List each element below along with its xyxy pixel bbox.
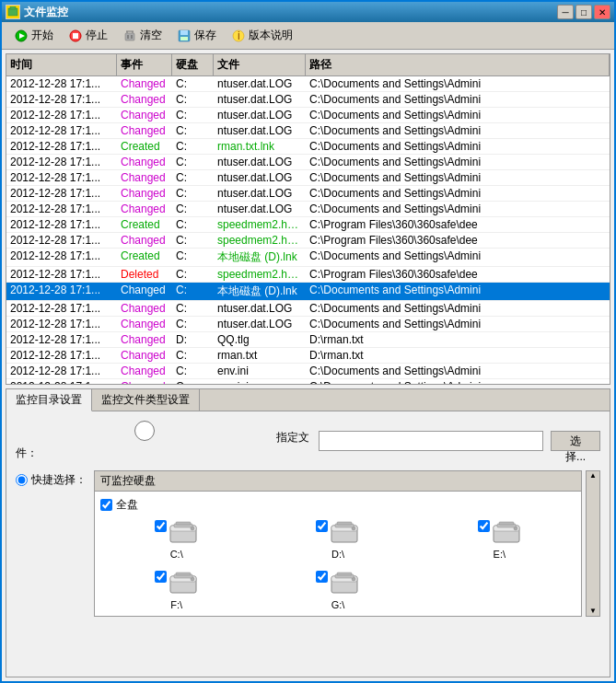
table-row[interactable]: 2012-12-28 17:1... Changed C: ntuser.dat… (6, 76, 610, 92)
cell-file: ntuser.dat.LOG (214, 202, 306, 216)
cell-path: C:\Program Files\360\360safe\dee (306, 267, 610, 282)
quick-select-radio[interactable] (16, 474, 28, 486)
table-row[interactable]: 2012-12-28 17:1... Changed C: speedmem2.… (6, 233, 610, 249)
table-row[interactable]: 2012-12-28 17:1... Changed C: ntuser.dat… (6, 108, 610, 123)
cell-path: C:\Documents and Settings\Admini (306, 92, 610, 107)
table-row[interactable]: 2012-12-28 17:1... Deleted C: speedmem2.… (6, 267, 610, 283)
svg-rect-36 (176, 573, 191, 575)
drive-icon-4 (330, 569, 359, 597)
svg-rect-31 (499, 522, 514, 525)
select-file-button[interactable]: 选择... (551, 431, 600, 451)
cell-time: 2012-12-28 17:1... (6, 217, 117, 232)
table-row[interactable]: 2012-12-28 17:1... Changed C: ntuser.dat… (6, 202, 610, 217)
specify-file-radio[interactable] (16, 421, 273, 441)
about-icon: i (231, 29, 246, 43)
clear-button[interactable]: 清空 (116, 25, 169, 46)
drives-panel: 可监控硬盘 全盘 (94, 470, 582, 617)
table-row[interactable]: 2012-12-28 17:1... Changed C: rman.txt D… (6, 348, 610, 364)
table-row[interactable]: 2012-12-28 17:1... Changed D: QQ.tlg D:\… (6, 332, 610, 348)
cell-file: speedmem2.hg-journal (214, 267, 306, 282)
tab-monitor-filetype[interactable]: 监控文件类型设置 (92, 389, 200, 411)
cell-file: ntuser.dat.LOG (214, 186, 306, 201)
table-row[interactable]: 2012-12-28 17:1... Changed C: ntuser.dat… (6, 155, 610, 170)
cell-file: 本地磁盘 (D).lnk (214, 249, 306, 266)
table-row[interactable]: 2012-12-28 17:1... Created C: 本地磁盘 (D).l… (6, 249, 610, 267)
drive-icon-2 (492, 518, 521, 547)
specify-file-input[interactable] (319, 431, 543, 451)
scroll-down-icon[interactable]: ▼ (589, 608, 597, 615)
cell-file: ntuser.dat.LOG (214, 301, 306, 316)
drives-scrollbar[interactable]: ▲ ▼ (586, 470, 600, 617)
about-button[interactable]: i 版本说明 (225, 25, 299, 46)
start-icon (14, 29, 29, 43)
svg-rect-1 (10, 6, 16, 9)
cell-disk: C: (172, 108, 214, 122)
cell-disk: C: (172, 139, 214, 154)
table-row[interactable]: 2012-12-28 17:1... Created C: speedmem2.… (6, 217, 610, 233)
cell-path: D:\rman.txt (306, 348, 610, 363)
cell-path: C:\Program Files\360\360safe\dee (306, 233, 610, 248)
cell-file: rman.txt (214, 348, 306, 363)
maximize-button[interactable]: □ (575, 5, 592, 19)
table-row[interactable]: 2012-12-28 17:1... Changed C: 本地磁盘 (D).l… (6, 283, 610, 301)
content-area: 时间 事件 硬盘 文件 路径 2012-12-28 17:1... Change… (2, 50, 614, 681)
cell-event: Changed (117, 92, 172, 107)
cell-event: Changed (117, 123, 172, 138)
cell-time: 2012-12-28 17:1... (6, 92, 117, 107)
cell-event: Created (117, 249, 172, 266)
cell-file: ntuser.dat.LOG (214, 317, 306, 331)
minimize-button[interactable]: ─ (557, 5, 574, 19)
drive-item: C:\ (100, 518, 252, 560)
table-row[interactable]: 2012-12-28 17:1... Changed C: env.ini C:… (6, 379, 610, 384)
cell-path: C:\Documents and Settings\Admini (306, 108, 610, 122)
save-icon (177, 29, 192, 43)
main-window: 文件监控 ─ □ ✕ 开始 停止 清空 (0, 0, 616, 683)
stop-button[interactable]: 停止 (62, 25, 114, 46)
table-row[interactable]: 2012-12-28 17:1... Changed C: ntuser.dat… (6, 123, 610, 139)
drives-panel-title: 可监控硬盘 (95, 471, 581, 492)
table-row[interactable]: 2012-12-28 17:1... Created C: rman.txt.l… (6, 139, 610, 155)
cell-event: Created (117, 139, 172, 154)
tab-monitor-dir[interactable]: 监控目录设置 (6, 389, 92, 411)
cell-event: Changed (117, 155, 172, 169)
cell-path: C:\Documents and Settings\Admini (306, 364, 610, 378)
drive-checkbox-4[interactable] (316, 571, 328, 583)
quick-select-label-area: 快捷选择： (16, 472, 87, 488)
cell-path: C:\Documents and Settings\Admini (306, 155, 610, 169)
table-row[interactable]: 2012-12-28 17:1... Changed C: env.ini C:… (6, 364, 610, 379)
close-button[interactable]: ✕ (594, 5, 610, 19)
cell-time: 2012-12-28 17:1... (6, 186, 117, 201)
cell-file: ntuser.dat.LOG (214, 170, 306, 185)
all-drives-checkbox[interactable] (100, 499, 112, 511)
file-monitor-table: 时间 事件 硬盘 文件 路径 2012-12-28 17:1... Change… (6, 53, 610, 385)
cell-disk: C: (172, 283, 214, 300)
specify-file-row: 指定文件： 选择... (16, 421, 600, 461)
toolbar: 开始 停止 清空 保存 i 版本说明 (2, 22, 614, 50)
drive-checkbox-3[interactable] (155, 571, 167, 583)
save-button[interactable]: 保存 (170, 25, 223, 46)
table-row[interactable]: 2012-12-28 17:1... Changed C: ntuser.dat… (6, 186, 610, 202)
table-body[interactable]: 2012-12-28 17:1... Changed C: ntuser.dat… (6, 76, 610, 384)
cell-path: C:\Documents and Settings\Admini (306, 139, 610, 154)
cell-file: speedmem2.hg-journal (214, 217, 306, 232)
drive-checkbox-2[interactable] (478, 520, 490, 532)
table-row[interactable]: 2012-12-28 17:1... Changed C: ntuser.dat… (6, 92, 610, 108)
drive-checkbox-0[interactable] (155, 520, 167, 532)
table-row[interactable]: 2012-12-28 17:1... Changed C: ntuser.dat… (6, 301, 610, 317)
cell-event: Changed (117, 170, 172, 185)
cell-file: ntuser.dat.LOG (214, 92, 306, 107)
cell-file: speedmem2.hg-journal (214, 233, 306, 248)
cell-path: C:\Documents and Settings\Admini (306, 186, 610, 201)
cell-path: C:\Documents and Settings\Admini (306, 283, 610, 300)
drive-icon-0 (169, 518, 198, 547)
cell-disk: C: (172, 170, 214, 185)
cell-event: Changed (117, 202, 172, 216)
scroll-up-icon[interactable]: ▲ (589, 472, 597, 480)
drive-checkbox-1[interactable] (316, 520, 328, 532)
cell-file: rman.txt.lnk (214, 139, 306, 154)
cell-time: 2012-12-28 17:1... (6, 170, 117, 185)
start-button[interactable]: 开始 (7, 25, 60, 46)
table-row[interactable]: 2012-12-28 17:1... Changed C: ntuser.dat… (6, 170, 610, 186)
table-row[interactable]: 2012-12-28 17:1... Changed C: ntuser.dat… (6, 317, 610, 332)
drive-label-3: F:\ (170, 599, 182, 610)
